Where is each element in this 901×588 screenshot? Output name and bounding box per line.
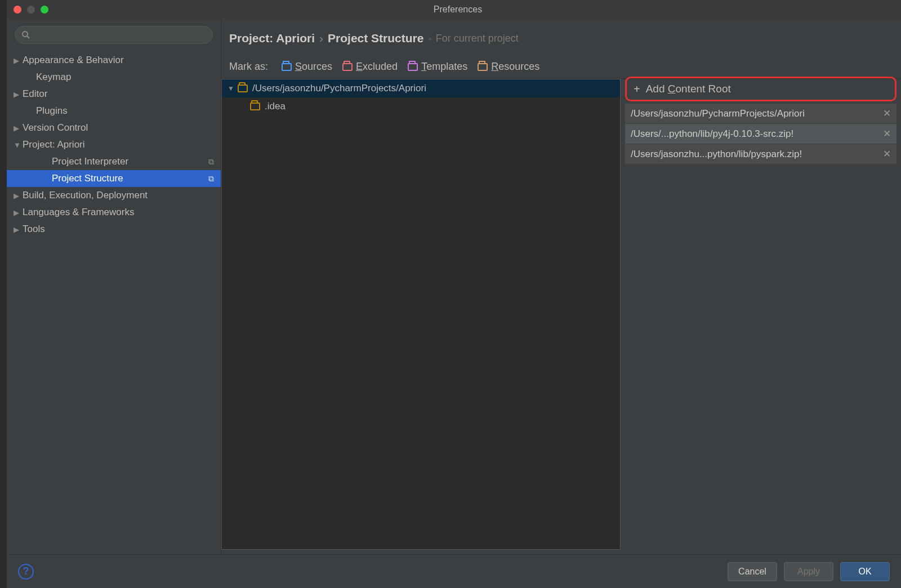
sidebar-item-plugins[interactable]: Plugins bbox=[7, 103, 221, 119]
plus-icon: + bbox=[634, 83, 640, 96]
sidebar-item-project[interactable]: ▼Project: Apriori bbox=[7, 136, 221, 153]
mark-templates-button[interactable]: Templates bbox=[408, 61, 467, 73]
apply-button[interactable]: Apply bbox=[784, 562, 833, 581]
remove-root-button[interactable]: ✕ bbox=[881, 148, 893, 160]
settings-search-input[interactable] bbox=[15, 26, 213, 44]
sidebar-item-project-interpreter[interactable]: Project Interpreter⧉ bbox=[7, 153, 221, 170]
sidebar-item-build[interactable]: ▶Build, Execution, Deployment bbox=[7, 187, 221, 204]
breadcrumb-separator: › bbox=[319, 32, 323, 45]
window-controls bbox=[14, 6, 48, 14]
folder-yellow-icon bbox=[478, 63, 488, 71]
add-content-root-button[interactable]: + Add Content Root bbox=[625, 77, 896, 101]
titlebar: Preferences bbox=[7, 0, 901, 19]
sidebar-item-tools[interactable]: ▶Tools bbox=[7, 221, 221, 238]
sidebar-item-editor[interactable]: ▶Editor bbox=[7, 86, 221, 103]
help-button[interactable]: ? bbox=[18, 564, 34, 580]
background-editor-slice bbox=[0, 0, 7, 588]
folder-icon bbox=[238, 84, 248, 92]
window-title: Preferences bbox=[48, 5, 867, 15]
folder-icon bbox=[250, 103, 260, 110]
chevron-down-icon: ▼ bbox=[228, 84, 238, 92]
folder-blue-icon bbox=[282, 63, 292, 71]
dialog-footer: ? Cancel Apply OK bbox=[7, 554, 901, 588]
content-panel: Project: Apriori › Project Structure ▫ F… bbox=[221, 19, 901, 554]
sidebar-item-languages[interactable]: ▶Languages & Frameworks bbox=[7, 204, 221, 221]
settings-sidebar: ▶Appearance & Behavior Keymap ▶Editor Pl… bbox=[7, 19, 221, 554]
for-current-project-label: For current project bbox=[436, 33, 519, 44]
tree-child-row[interactable]: .idea bbox=[222, 97, 620, 115]
sidebar-item-project-structure[interactable]: Project Structure⧉ bbox=[7, 170, 221, 187]
mark-excluded-button[interactable]: Excluded bbox=[342, 61, 398, 73]
sidebar-item-keymap[interactable]: Keymap bbox=[7, 69, 221, 86]
folder-purple-icon bbox=[408, 63, 418, 71]
content-root-item[interactable]: /Users/jasonzhu...python/lib/pyspark.zip… bbox=[625, 144, 896, 164]
mark-as-label: Mark as: bbox=[229, 61, 268, 73]
search-icon bbox=[21, 30, 30, 42]
tree-root-row[interactable]: ▼ /Users/jasonzhu/PycharmProjects/Aprior… bbox=[222, 79, 620, 97]
breadcrumb-project: Project: Apriori bbox=[229, 32, 315, 45]
cancel-button[interactable]: Cancel bbox=[728, 562, 777, 581]
ok-button[interactable]: OK bbox=[840, 562, 890, 581]
mark-sources-button[interactable]: Sources bbox=[282, 61, 332, 73]
content-roots-panel: + Add Content Root /Users/jasonzhu/Pycha… bbox=[625, 79, 901, 554]
folder-tree-panel: ▼ /Users/jasonzhu/PycharmProjects/Aprior… bbox=[221, 79, 621, 550]
folder-red-icon bbox=[342, 63, 353, 71]
preferences-window: Preferences ▶Appearance & Behavior Keyma… bbox=[7, 0, 901, 588]
content-root-item[interactable]: /Users/...python/lib/py4j-0.10.3-src.zip… bbox=[625, 124, 896, 144]
sidebar-item-version-control[interactable]: ▶Version Control bbox=[7, 119, 221, 136]
breadcrumb: Project: Apriori › Project Structure ▫ F… bbox=[221, 19, 901, 54]
content-root-item[interactable]: /Users/jasonzhu/PycharmProjects/Apriori … bbox=[625, 104, 896, 124]
remove-root-button[interactable]: ✕ bbox=[881, 128, 893, 140]
remove-root-button[interactable]: ✕ bbox=[881, 108, 893, 119]
copy-icon: ⧉ bbox=[208, 174, 214, 184]
mark-resources-button[interactable]: Resources bbox=[478, 61, 539, 73]
svg-point-0 bbox=[23, 32, 28, 37]
settings-tree: ▶Appearance & Behavior Keymap ▶Editor Pl… bbox=[7, 50, 221, 554]
tree-child-name: .idea bbox=[265, 101, 286, 112]
breadcrumb-page: Project Structure bbox=[328, 32, 423, 45]
minimize-window-button[interactable] bbox=[27, 6, 35, 14]
zoom-window-button[interactable] bbox=[41, 6, 48, 14]
link-icon: ▫ bbox=[428, 34, 431, 43]
tree-root-path: /Users/jasonzhu/PycharmProjects/Apriori bbox=[252, 83, 426, 94]
mark-as-toolbar: Mark as: Sources Excluded Templates Reso… bbox=[221, 54, 901, 78]
copy-icon: ⧉ bbox=[208, 157, 214, 167]
close-window-button[interactable] bbox=[14, 6, 21, 14]
svg-line-1 bbox=[27, 36, 29, 38]
sidebar-item-appearance[interactable]: ▶Appearance & Behavior bbox=[7, 52, 221, 69]
